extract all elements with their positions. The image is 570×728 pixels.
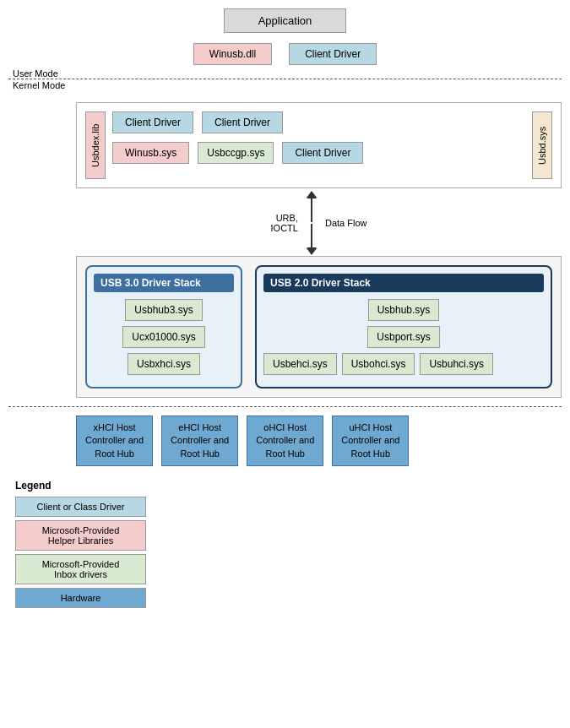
- winusb-sys-box: Winusb.sys: [112, 142, 189, 164]
- usbccgp-sys-box: Usbccgp.sys: [198, 142, 274, 164]
- legend-helper-item: Microsoft-ProvidedHelper Libraries: [15, 520, 146, 551]
- application-box: Application: [224, 8, 347, 33]
- usb-client-layer-label: USB ClientDriver Layer: [0, 119, 4, 144]
- urb-label: URB,IOCTL: [271, 213, 298, 233]
- ohci-box: oHCI HostController andRoot Hub: [247, 416, 323, 466]
- legend-title: Legend: [15, 480, 562, 492]
- usb-20-title: USB 2.0 Driver Stack: [263, 274, 544, 292]
- kernel-mode-label: Kernel Mode: [13, 80, 68, 90]
- winusb-dll-box: Winusb.dll: [193, 43, 272, 65]
- mode-divider: User Mode Kernel Mode: [8, 70, 562, 89]
- client-driver-top-box: Client Driver: [289, 43, 377, 65]
- usb-driver-stack-layer-label: USB DriverStack Layer: [0, 290, 5, 314]
- usbohci-box: Usbohci.sys: [342, 353, 415, 375]
- usbhub3-box: Usbhub3.sys: [125, 299, 202, 321]
- legend-hw-item: Hardware: [15, 588, 146, 608]
- usbd-box: Usbd.sys: [532, 111, 552, 179]
- legend-section: Legend Client or Class Driver Microsoft-…: [15, 480, 562, 611]
- usbd-container: Usbd.sys: [532, 111, 552, 179]
- xhci-box: xHCI HostController andRoot Hub: [76, 416, 153, 466]
- uhci-box: uHCI HostController andRoot Hub: [332, 416, 409, 466]
- ehci-box: eHCI HostController andRoot Hub: [161, 416, 238, 466]
- usbport-box: Usbport.sys: [367, 326, 439, 348]
- usbdex-box: Usbdex.lib: [85, 111, 106, 179]
- usbuhci-box: Usbuhci.sys: [420, 353, 493, 375]
- urb-arrow-section: URB,IOCTL Data Flow: [76, 197, 562, 249]
- ucx01000-box: Ucx01000.sys: [122, 326, 204, 348]
- legend-client-item: Client or Class Driver: [15, 497, 146, 517]
- driver-stack-outer: USB 3.0 Driver Stack Usbhub3.sys Ucx0100…: [76, 256, 562, 398]
- usbehci-box: Usbehci.sys: [263, 353, 337, 375]
- client-driver-row2-box3: Client Driver: [282, 142, 363, 164]
- usb-client-layer: Usbdex.lib Client Driver Client Driver W…: [76, 102, 562, 188]
- data-flow-label: Data Flow: [325, 218, 367, 228]
- legend-inbox-item: Microsoft-ProvidedInbox drivers: [15, 554, 146, 584]
- client-driver-row1-box2: Client Driver: [202, 111, 283, 133]
- user-mode-label: User Mode: [13, 68, 62, 79]
- bottom-divider: [8, 406, 562, 407]
- client-driver-row1-box1: Client Driver: [112, 111, 193, 133]
- usbhub-box: Usbhub.sys: [368, 299, 440, 321]
- usbxhci-box: Usbxhci.sys: [128, 353, 200, 375]
- bidirectional-arrow: [311, 197, 312, 249]
- usb-30-stack: USB 3.0 Driver Stack Usbhub3.sys Ucx0100…: [85, 265, 242, 388]
- usbdex-container: Usbdex.lib: [85, 111, 106, 179]
- client-middle: Client Driver Client Driver Winusb.sys U…: [112, 111, 525, 179]
- usb-30-title: USB 3.0 Driver Stack: [94, 274, 234, 292]
- usb-20-stack: USB 2.0 Driver Stack Usbhub.sys Usbport.…: [255, 265, 552, 388]
- usb20-hci-row: Usbehci.sys Usbohci.sys Usbuhci.sys: [263, 353, 544, 375]
- hardware-row: xHCI HostController andRoot Hub eHCI Hos…: [76, 416, 562, 466]
